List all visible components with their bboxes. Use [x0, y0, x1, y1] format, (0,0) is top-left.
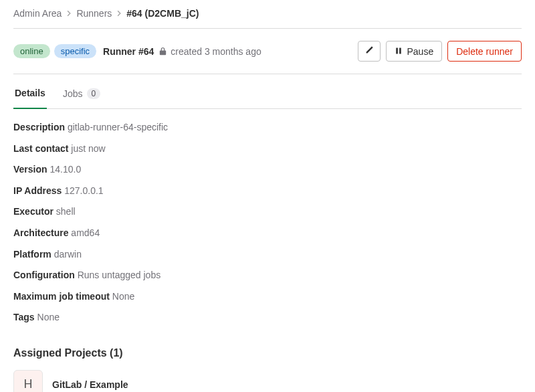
- detail-row: IP Address 127.0.0.1: [13, 185, 522, 198]
- detail-value: amd64: [71, 227, 100, 238]
- detail-key: Platform: [13, 249, 51, 260]
- detail-key: Executor: [13, 206, 54, 217]
- detail-value: shell: [56, 206, 76, 217]
- pause-label: Pause: [407, 46, 433, 57]
- project-avatar: H: [13, 370, 43, 392]
- pause-button[interactable]: Pause: [386, 41, 442, 62]
- assigned-projects-heading: Assigned Projects (1): [13, 347, 522, 359]
- detail-key: IP Address: [13, 185, 62, 196]
- breadcrumb-current: #64 (D2CMB_jC): [126, 8, 199, 19]
- breadcrumb-runners[interactable]: Runners: [76, 8, 112, 19]
- status-badge-online: online: [13, 44, 50, 58]
- detail-value: gitlab-runner-64-specific: [68, 122, 168, 132]
- detail-row: Last contact just now: [13, 142, 522, 156]
- detail-value: Runs untagged jobs: [78, 270, 161, 280]
- status-badge-specific: specific: [54, 44, 96, 58]
- pencil-icon: [364, 45, 374, 57]
- breadcrumb: Admin Area Runners #64 (D2CMB_jC): [13, 5, 522, 29]
- detail-value: 127.0.0.1: [64, 185, 103, 196]
- detail-row: Configuration Runs untagged jobs: [13, 269, 522, 282]
- header-actions: Pause Delete runner: [358, 41, 522, 62]
- pause-icon: [395, 46, 403, 57]
- detail-value: darwin: [54, 249, 82, 260]
- tab-details-label: Details: [15, 88, 45, 98]
- details-panel: Description gitlab-runner-64-specificLas…: [13, 109, 522, 336]
- runner-created: created 3 months ago: [171, 46, 261, 57]
- tab-jobs-label: Jobs: [63, 88, 83, 99]
- project-item[interactable]: H GitLab / Example: [13, 370, 522, 392]
- detail-row: Maximum job timeout None: [13, 290, 522, 304]
- detail-key: Maximum job timeout: [13, 291, 110, 302]
- project-name: GitLab / Example: [52, 379, 128, 390]
- tab-jobs[interactable]: Jobs 0: [62, 78, 102, 109]
- detail-row: Tags None: [13, 311, 522, 324]
- detail-key: Description: [13, 122, 65, 132]
- detail-key: Last contact: [13, 143, 68, 154]
- tabs: Details Jobs 0: [13, 78, 522, 109]
- runner-header: online specific Runner #64 created 3 mon…: [13, 29, 522, 74]
- jobs-count-badge: 0: [87, 88, 101, 99]
- detail-key: Version: [13, 164, 47, 175]
- detail-value: None: [37, 312, 60, 322]
- detail-value: just now: [71, 143, 105, 154]
- detail-row: Architecture amd64: [13, 227, 522, 240]
- tab-details[interactable]: Details: [13, 78, 47, 109]
- detail-row: Executor shell: [13, 205, 522, 219]
- detail-row: Description gitlab-runner-64-specific: [13, 121, 522, 134]
- breadcrumb-admin[interactable]: Admin Area: [13, 8, 62, 19]
- detail-key: Architecture: [13, 227, 68, 238]
- runner-title: Runner #64: [103, 46, 154, 57]
- chevron-right-icon: [116, 8, 122, 19]
- delete-runner-button[interactable]: Delete runner: [447, 41, 522, 62]
- lock-icon: [158, 46, 168, 56]
- chevron-right-icon: [66, 8, 72, 19]
- detail-key: Configuration: [13, 270, 75, 280]
- edit-button[interactable]: [358, 41, 381, 62]
- detail-value: 14.10.0: [49, 164, 81, 175]
- svg-rect-0: [397, 47, 399, 54]
- detail-value: None: [112, 291, 134, 302]
- detail-row: Version 14.10.0: [13, 163, 522, 177]
- detail-row: Platform darwin: [13, 248, 522, 262]
- detail-key: Tags: [13, 312, 35, 322]
- svg-rect-1: [400, 47, 402, 54]
